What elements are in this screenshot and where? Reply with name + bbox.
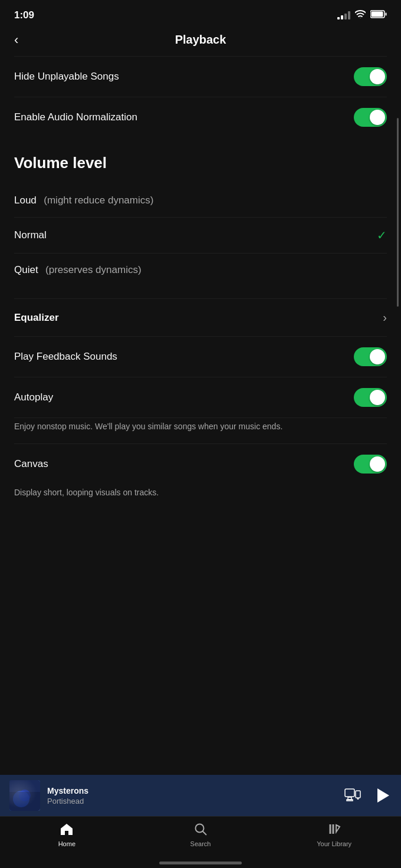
status-bar: 1:09: [0, 0, 401, 28]
svg-rect-1: [372, 12, 383, 17]
svg-rect-2: [385, 13, 387, 16]
svg-rect-7: [345, 789, 354, 797]
audio-normalization-label: Enable Audio Normalization: [14, 111, 137, 123]
canvas-toggle[interactable]: [354, 455, 387, 474]
svg-point-12: [196, 824, 204, 833]
svg-rect-6: [9, 792, 40, 811]
now-playing-title: Mysterons: [47, 786, 337, 795]
hide-unplayable-label: Hide Unplayable Songs: [14, 71, 119, 83]
now-playing-info: Mysterons Portishead: [47, 786, 337, 805]
nav-home-label: Home: [58, 840, 75, 847]
play-feedback-toggle[interactable]: [354, 347, 387, 366]
status-icons: [337, 10, 387, 21]
hide-unplayable-toggle[interactable]: [354, 67, 387, 86]
play-feedback-label: Play Feedback Sounds: [14, 351, 117, 363]
volume-normal-label: Normal: [14, 229, 47, 241]
volume-loud-label: Loud: [14, 195, 37, 206]
nav-search[interactable]: Search: [134, 823, 268, 847]
svg-rect-9: [347, 800, 353, 801]
play-feedback-row: Play Feedback Sounds: [14, 337, 387, 377]
bottom-nav: Home Search Your Library: [0, 816, 401, 868]
page-title: Playback: [175, 33, 226, 47]
canvas-row: Canvas: [14, 444, 387, 484]
autoplay-row: Autoplay: [14, 377, 387, 418]
play-button[interactable]: [373, 786, 392, 805]
autoplay-description: Enjoy nonstop music. We'll play you simi…: [14, 418, 387, 443]
volume-quiet-row[interactable]: Quiet (preserves dynamics): [14, 254, 387, 287]
volume-quiet-label: Quiet: [14, 264, 38, 275]
battery-icon: [370, 10, 387, 21]
status-time: 1:09: [14, 9, 34, 21]
autoplay-toggle[interactable]: [354, 388, 387, 407]
scroll-indicator: [397, 118, 399, 307]
home-icon: [60, 823, 74, 838]
audio-normalization-row: Enable Audio Normalization: [14, 97, 387, 137]
svg-line-13: [203, 831, 207, 836]
now-playing-artist: Portishead: [47, 797, 337, 805]
svg-rect-10: [356, 791, 360, 798]
nav-home[interactable]: Home: [0, 823, 134, 847]
device-connect-icon[interactable]: [344, 788, 361, 803]
now-playing-bar[interactable]: Mysterons Portishead: [0, 775, 401, 816]
canvas-label: Canvas: [14, 458, 48, 470]
top-toggles: Hide Unplayable Songs Enable Audio Norma…: [14, 56, 387, 137]
canvas-description: Display short, looping visuals on tracks…: [14, 484, 387, 509]
search-icon: [194, 823, 207, 838]
audio-normalization-toggle[interactable]: [354, 108, 387, 127]
volume-section-title: Volume level: [14, 137, 387, 184]
svg-point-11: [357, 798, 359, 800]
header: ‹ Playback: [0, 28, 401, 56]
now-playing-controls: [344, 786, 392, 805]
nav-library[interactable]: Your Library: [267, 823, 401, 847]
settings-content: Hide Unplayable Songs Enable Audio Norma…: [0, 56, 401, 509]
nav-library-label: Your Library: [317, 840, 351, 847]
signal-icon: [337, 11, 350, 19]
equalizer-row[interactable]: Equalizer ›: [14, 299, 387, 336]
hide-unplayable-row: Hide Unplayable Songs: [14, 57, 387, 97]
autoplay-label: Autoplay: [14, 392, 53, 403]
volume-loud-row[interactable]: Loud (might reduce dynamics): [14, 184, 387, 217]
library-icon: [328, 823, 341, 838]
back-button[interactable]: ‹: [14, 32, 18, 48]
volume-normal-check: ✓: [377, 228, 387, 242]
equalizer-label: Equalizer: [14, 312, 59, 324]
svg-rect-3: [9, 780, 40, 811]
volume-quiet-sub: (preserves dynamics): [45, 264, 142, 275]
play-triangle-icon: [377, 788, 389, 803]
home-bar: [159, 862, 242, 864]
volume-normal-row[interactable]: Normal ✓: [14, 218, 387, 253]
chevron-right-icon: ›: [383, 311, 387, 324]
svg-point-4: [13, 791, 29, 807]
volume-loud-sub: (might reduce dynamics): [44, 195, 153, 206]
volume-options: Loud (might reduce dynamics) Normal ✓ Qu…: [14, 184, 387, 287]
nav-search-label: Search: [190, 840, 211, 847]
wifi-icon: [355, 10, 366, 21]
album-art: [9, 780, 40, 811]
svg-point-5: [19, 790, 31, 801]
